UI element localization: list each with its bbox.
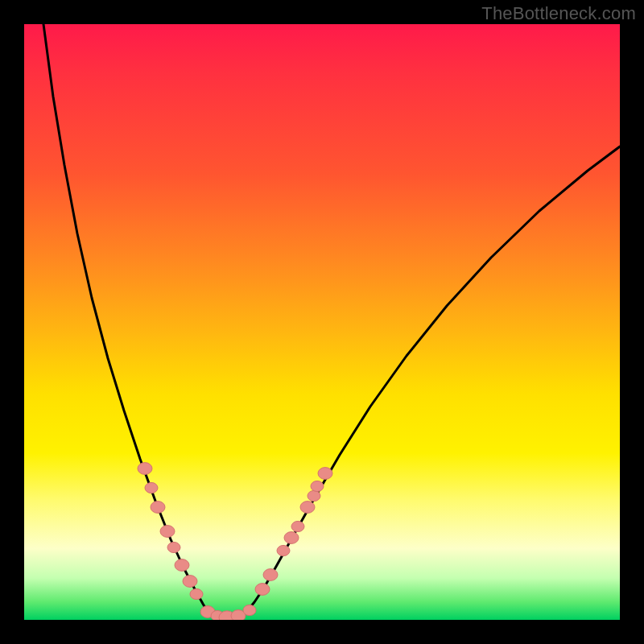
data-marker xyxy=(167,542,180,552)
data-marker xyxy=(255,584,270,596)
attribution-label: TheBottleneck.com xyxy=(481,3,636,24)
data-marker xyxy=(300,502,315,514)
data-markers xyxy=(138,463,332,620)
bottleneck-curve xyxy=(43,24,620,617)
data-marker xyxy=(151,502,165,514)
data-marker xyxy=(190,588,203,599)
curve-path xyxy=(43,24,620,617)
plot-area xyxy=(24,24,620,620)
data-marker xyxy=(175,559,189,572)
chart-svg xyxy=(24,24,620,620)
data-marker xyxy=(291,521,304,531)
data-marker xyxy=(263,569,278,581)
data-marker xyxy=(138,463,152,475)
data-marker xyxy=(284,532,299,544)
data-marker xyxy=(311,481,324,491)
chart-frame: TheBottleneck.com xyxy=(0,0,644,644)
data-marker xyxy=(160,526,175,538)
data-marker xyxy=(318,468,332,480)
data-marker xyxy=(183,576,197,588)
data-marker xyxy=(145,482,158,493)
data-marker xyxy=(277,545,290,555)
data-marker xyxy=(308,490,320,501)
data-marker xyxy=(243,605,256,615)
